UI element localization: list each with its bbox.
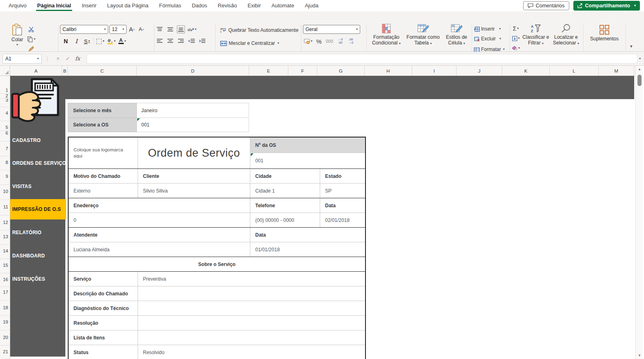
row-header-1[interactable]: 1 — [0, 88, 8, 93]
data1-label-cell[interactable]: Data — [320, 198, 365, 213]
col-header-G[interactable]: G — [317, 66, 365, 76]
align-bottom-button[interactable] — [177, 25, 185, 33]
motivo-label-cell[interactable]: Motivo do Chamado — [69, 169, 138, 183]
decrease-decimal-button[interactable]: .00→0 — [347, 37, 355, 45]
row-header-11[interactable]: 11 — [0, 204, 8, 209]
motivo-value-cell[interactable]: Externo — [69, 184, 138, 198]
cidade-value-cell[interactable]: Cidade 1 — [250, 184, 320, 198]
row-header-16[interactable]: 16 — [0, 277, 8, 282]
col-header-D[interactable]: D — [137, 66, 249, 76]
row-header-5[interactable]: 5 — [0, 125, 8, 130]
wrap-text-button[interactable]: abc Quebrar Texto Automaticamente — [220, 26, 299, 34]
section-title-cell[interactable]: Sobre o Serviço — [69, 257, 365, 271]
confirm-entry-button[interactable]: ✓ — [63, 54, 73, 64]
scrollbar-thumb[interactable] — [637, 75, 642, 86]
diagnostico-label-cell[interactable]: Diagnóstico do Técnico — [69, 301, 138, 315]
clear-button[interactable]: ▾ — [512, 44, 520, 52]
col-header-J[interactable]: J — [457, 66, 502, 76]
row-header-12[interactable]: 12 — [0, 220, 8, 225]
formula-input[interactable] — [87, 54, 637, 64]
os-number-label-cell[interactable]: Nº da OS — [250, 137, 365, 153]
row-header-7[interactable]: 7 — [0, 146, 8, 151]
menu-tab-ajuda[interactable]: Ajuda — [299, 0, 323, 11]
insert-function-button[interactable]: fx — [73, 54, 82, 64]
addins-button[interactable]: Suplementos — [585, 24, 624, 42]
menu-tab-layout-da-pagina[interactable]: Layout da Página — [102, 0, 154, 11]
menu-tab-inserir[interactable]: Inserir — [76, 0, 102, 11]
month-selector-value[interactable]: Janeiro — [137, 103, 249, 117]
endereco-label-cell[interactable]: Enedereço — [69, 198, 250, 213]
form-title-cell[interactable]: Ordem de Serviço — [138, 137, 250, 168]
sidebar-item-instrucoes[interactable]: INSTRUÇÕES — [12, 276, 65, 282]
collapse-ribbon-button[interactable]: ▾ — [630, 44, 633, 49]
align-top-button[interactable] — [156, 25, 164, 33]
borders-button[interactable]: ▾ — [96, 37, 105, 45]
col-header-L[interactable]: L — [550, 66, 599, 76]
col-header-C[interactable]: C — [68, 66, 137, 76]
data2-label-cell[interactable]: Data — [250, 228, 365, 242]
align-middle-button[interactable] — [166, 25, 174, 33]
row-header-15[interactable]: 15 — [0, 263, 8, 268]
menu-tab-automate[interactable]: Automate — [266, 0, 300, 11]
menu-tab-formulas[interactable]: Fórmulas — [154, 0, 187, 11]
format-as-table-button[interactable]: Formatar como Tabela ▾ — [406, 24, 440, 46]
telefone-label-cell[interactable]: Telefone — [250, 198, 320, 213]
fill-button[interactable]: ▾ — [512, 34, 520, 42]
align-left-button[interactable] — [156, 37, 164, 45]
resolucao-value-cell[interactable] — [138, 316, 365, 330]
name-box[interactable]: A1 ▾ — [2, 54, 42, 64]
orientation-button[interactable]: ab ▾ — [187, 25, 196, 33]
share-button[interactable]: Compartilhamento ▾ — [573, 1, 640, 11]
cidade-label-cell[interactable]: Cidade — [250, 169, 320, 183]
underline-button[interactable]: S▾ — [83, 37, 91, 45]
col-header-E[interactable]: E — [249, 66, 288, 76]
menu-tab-exibir[interactable]: Exibir — [242, 0, 266, 11]
estado-value-cell[interactable]: SP — [320, 184, 365, 198]
sidebar-item-cadastro[interactable]: CADASTRO — [12, 137, 65, 143]
scroll-down-icon[interactable]: ▼ — [636, 354, 643, 357]
copy-button[interactable]: ▾ — [27, 35, 36, 43]
autosum-button[interactable]: Σ▾ — [512, 24, 520, 33]
col-header-F[interactable]: F — [288, 66, 317, 76]
sidebar-item-visitas[interactable]: VISITAS — [12, 184, 65, 189]
col-header-M[interactable]: M — [599, 66, 634, 76]
col-header-A[interactable]: A — [10, 66, 62, 76]
bold-button[interactable]: N — [62, 37, 70, 45]
lista-label-cell[interactable]: Lista de Itens — [69, 330, 138, 345]
descricao-label-cell[interactable]: Descrição do Chamado — [69, 286, 138, 301]
sidebar-item-relatorio[interactable]: RELATÓRIO — [12, 230, 65, 235]
os-selector-value[interactable]: 001 — [137, 117, 249, 132]
cliente-label-cell[interactable]: Cliente — [138, 169, 250, 183]
row-header-8[interactable]: 8 — [0, 160, 8, 165]
row-header-17[interactable]: 17 — [0, 290, 8, 295]
find-select-button[interactable]: Localizar e Selecionar ▾ — [551, 24, 581, 46]
fill-color-button[interactable]: ▾ — [107, 37, 116, 45]
sort-filter-button[interactable]: AZ Classificar e Filtrar ▾ — [522, 24, 549, 46]
estado-label-cell[interactable]: Estado — [320, 169, 365, 183]
col-header-B[interactable]: B — [62, 66, 68, 76]
col-header-H[interactable]: H — [365, 66, 412, 76]
row-header-20[interactable]: 20 — [0, 335, 8, 340]
grow-font-button[interactable]: A˄ — [128, 25, 136, 33]
row-header-6[interactable]: 6 — [0, 131, 8, 135]
status-value-cell[interactable]: Resolvido — [138, 345, 365, 359]
insert-cells-button[interactable]: Inserir ▾ — [474, 24, 510, 33]
cut-button[interactable] — [27, 25, 36, 33]
paste-button[interactable]: Colar ▾ — [11, 24, 23, 53]
row-header-9[interactable]: 9 — [0, 174, 8, 179]
formula-bar-expand-icon[interactable]: ▾ — [639, 57, 641, 60]
increase-indent-button[interactable] — [198, 37, 206, 45]
servico-label-cell[interactable]: Serviço — [69, 272, 138, 286]
comma-style-button[interactable]: 000 — [325, 37, 334, 45]
row-header-13[interactable]: 13 — [0, 234, 8, 239]
data2-value-cell[interactable]: 01/01/2018 — [250, 242, 365, 257]
align-right-button[interactable] — [177, 37, 185, 45]
row-header-10[interactable]: 10 — [0, 189, 8, 194]
increase-decimal-button[interactable]: ←0.00 — [336, 37, 344, 45]
delete-cells-button[interactable]: Excluir ▾ — [474, 33, 510, 44]
italic-button[interactable]: I — [72, 37, 80, 45]
atendente-value-cell[interactable]: Luciana Almeida — [69, 242, 250, 257]
status-label-cell[interactable]: Status — [69, 345, 138, 359]
menu-tab-arquivo[interactable]: Arquivo — [3, 0, 32, 11]
row-header-14[interactable]: 14 — [0, 248, 8, 253]
